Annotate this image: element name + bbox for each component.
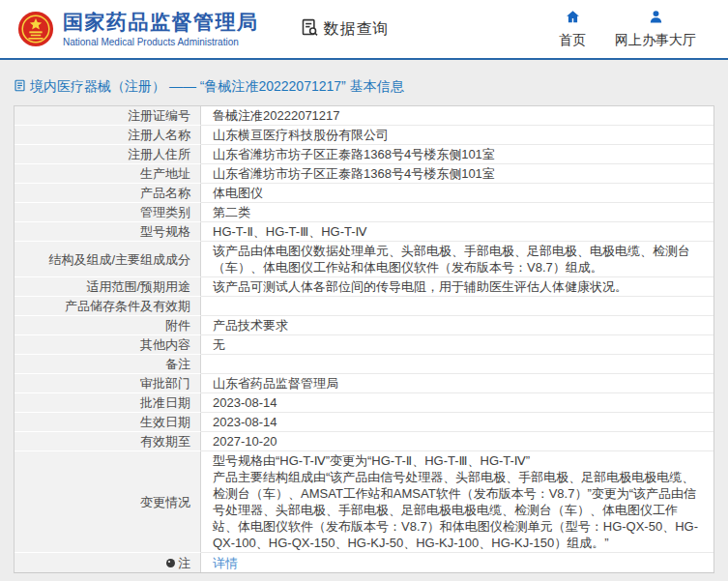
row-value bbox=[201, 297, 713, 316]
row-label: 注册人住所 bbox=[15, 145, 201, 164]
agency-title-block: 国家药品监督管理局 National Medical Products Admi… bbox=[63, 11, 259, 46]
row-label: 变更情况 bbox=[15, 451, 201, 553]
table-row: 批准日期2023-08-14 bbox=[15, 393, 713, 413]
page-title: 境内医疗器械（注册） —— “鲁械注准20222071217” 基本信息 bbox=[30, 78, 404, 96]
row-value: 2023-08-14 bbox=[201, 393, 713, 413]
row-value: 第二类 bbox=[201, 203, 713, 222]
note-icon bbox=[166, 559, 175, 567]
row-value: 山东横亘医疗科技股份有限公司 bbox=[201, 126, 713, 145]
page-icon bbox=[14, 78, 26, 96]
breadcrumb: 境内医疗器械（注册） —— “鲁械注准20222071217” 基本信息 bbox=[0, 60, 728, 105]
home-icon bbox=[565, 9, 581, 29]
table-row: 注册人名称山东横亘医疗科技股份有限公司 bbox=[15, 126, 713, 145]
row-value: 型号规格由“HG-T-Ⅳ”变更为“HG-T-Ⅱ、HG-T-Ⅲ、HG-T-Ⅳ” 产… bbox=[201, 451, 713, 553]
nav-home-label: 首页 bbox=[559, 32, 586, 49]
document-search-icon bbox=[300, 17, 320, 42]
row-value bbox=[201, 355, 713, 374]
row-value: 该产品由体电图仪数据处理单元、头部电极、手部电极、足部电极、电极电缆、检测台（车… bbox=[201, 242, 713, 277]
agency-name-cn: 国家药品监督管理局 bbox=[63, 11, 259, 33]
table-row: 产品名称体电图仪 bbox=[15, 184, 713, 203]
row-value: 详情 bbox=[201, 553, 713, 572]
data-query-button[interactable]: 数据查询 bbox=[300, 17, 390, 42]
nav-item-service-hall[interactable]: 网上办事大厅 bbox=[615, 9, 696, 49]
table-row: 变更情况型号规格由“HG-T-Ⅳ”变更为“HG-T-Ⅱ、HG-T-Ⅲ、HG-T-… bbox=[15, 451, 713, 553]
row-label: 产品名称 bbox=[15, 184, 201, 203]
row-value: 山东省药品监督管理局 bbox=[201, 374, 713, 393]
row-label: 其他内容 bbox=[15, 335, 201, 355]
table-row: 审批部门山东省药品监督管理局 bbox=[15, 374, 713, 393]
table-row: 结构及组成/主要组成成分该产品由体电图仪数据处理单元、头部电极、手部电极、足部电… bbox=[15, 242, 713, 277]
row-value: 体电图仪 bbox=[201, 184, 713, 203]
detail-link[interactable]: 详情 bbox=[213, 555, 238, 571]
row-label: 备注 bbox=[15, 355, 201, 374]
table-row: 有效期至2027-10-20 bbox=[15, 432, 713, 451]
nav-item-home[interactable]: 首页 bbox=[559, 9, 586, 49]
row-label: 附件 bbox=[15, 316, 201, 335]
row-label: 管理类别 bbox=[15, 203, 201, 222]
table-row: 产品储存条件及有效期 bbox=[15, 297, 713, 316]
data-query-label: 数据查询 bbox=[324, 19, 390, 40]
site-header: 国家药品监督管理局 National Medical Products Admi… bbox=[0, 0, 728, 58]
row-label: 有效期至 bbox=[15, 432, 201, 451]
row-value: 产品技术要求 bbox=[201, 316, 713, 335]
row-label: 生产地址 bbox=[15, 164, 201, 184]
row-label: 注册人名称 bbox=[15, 126, 201, 145]
nav-hall-label: 网上办事大厅 bbox=[615, 32, 696, 49]
table-row: 其他内容无 bbox=[15, 335, 713, 355]
table-row: 管理类别第二类 bbox=[15, 203, 713, 222]
table-row: 型号规格HG-T-Ⅱ、HG-T-Ⅲ、HG-T-Ⅳ bbox=[15, 222, 713, 242]
content: 境内医疗器械（注册） —— “鲁械注准20222071217” 基本信息 注册证… bbox=[0, 60, 728, 581]
table-row: 适用范围/预期用途该产品可测试人体各部位间的传导电阻，用于辅助医生评估人体健康状… bbox=[15, 277, 713, 297]
row-value: 该产品可测试人体各部位间的传导电阻，用于辅助医生评估人体健康状况。 bbox=[201, 277, 713, 297]
row-label: 产品储存条件及有效期 bbox=[15, 297, 201, 316]
row-label: 型号规格 bbox=[15, 222, 201, 242]
table-row: 注册人住所山东省潍坊市坊子区正泰路1368号4号楼东侧101室 bbox=[15, 145, 713, 164]
row-label: 注册证编号 bbox=[15, 106, 201, 126]
row-label: 批准日期 bbox=[15, 393, 201, 413]
row-label: 生效日期 bbox=[15, 413, 201, 432]
row-label: 注 bbox=[15, 553, 201, 572]
agency-name-en: National Medical Products Administration bbox=[63, 37, 259, 47]
row-value: 鲁械注准20222071217 bbox=[201, 106, 713, 126]
row-value: 山东省潍坊市坊子区正泰路1368号4号楼东侧101室 bbox=[201, 145, 713, 164]
person-icon bbox=[648, 9, 664, 29]
table-row: 注册证编号鲁械注准20222071217 bbox=[15, 106, 713, 126]
row-value: 2027-10-20 bbox=[201, 432, 713, 451]
detail-table: 注册证编号鲁械注准20222071217注册人名称山东横亘医疗科技股份有限公司注… bbox=[14, 105, 714, 573]
row-label: 结构及组成/主要组成成分 bbox=[15, 242, 201, 277]
table-row: 注详情 bbox=[15, 553, 713, 572]
national-emblem-icon bbox=[17, 11, 54, 47]
table-row: 附件产品技术要求 bbox=[15, 316, 713, 335]
row-value: 山东省潍坊市坊子区正泰路1368号4号楼东侧101室 bbox=[201, 164, 713, 184]
row-label: 审批部门 bbox=[15, 374, 201, 393]
top-nav: 首页 网上办事大厅 bbox=[559, 9, 696, 49]
row-label: 适用范围/预期用途 bbox=[15, 277, 201, 297]
table-row: 生效日期2023-08-14 bbox=[15, 413, 713, 432]
row-value: 无 bbox=[201, 335, 713, 355]
page: 国家药品监督管理局 National Medical Products Admi… bbox=[0, 0, 728, 581]
table-row: 生产地址山东省潍坊市坊子区正泰路1368号4号楼东侧101室 bbox=[15, 164, 713, 184]
row-value: HG-T-Ⅱ、HG-T-Ⅲ、HG-T-Ⅳ bbox=[201, 222, 713, 242]
table-row: 备注 bbox=[15, 355, 713, 374]
row-value: 2023-08-14 bbox=[201, 413, 713, 432]
